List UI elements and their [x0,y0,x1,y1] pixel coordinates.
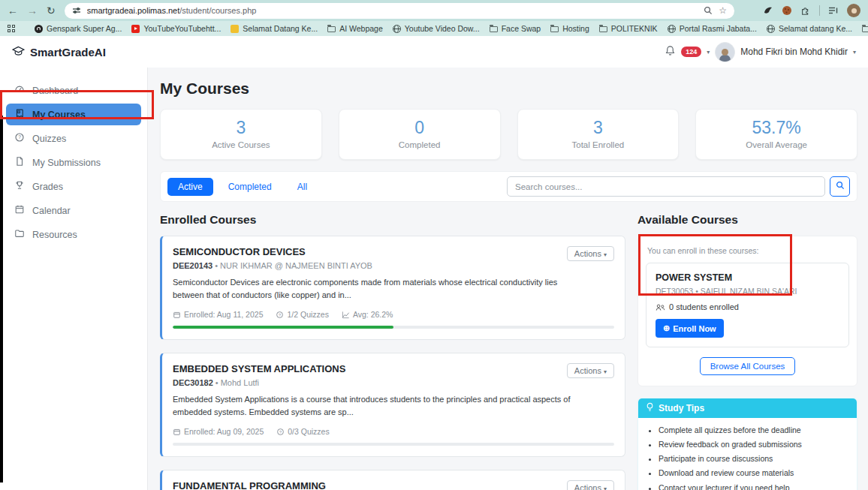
study-tip: Participate in course discussions [659,454,849,464]
app-header: SmartGradeAI 124 ▾ Mohd Fikri bin Mohd K… [0,36,868,68]
study-tips-heading: Study Tips [659,403,704,413]
stat-card-overall-average: 53.7% Overall Average [695,109,857,160]
caret-down-icon: ▾ [604,368,607,375]
stat-value: 0 [339,118,500,138]
tab-list-icon[interactable] [828,5,839,16]
bookmark-label: YouTubeYouTubehtt... [143,24,221,33]
bookmark-item[interactable]: AI Webpage [327,24,383,33]
site-info-icon[interactable] [72,6,81,15]
sidebar-item-calendar[interactable]: Calendar [6,200,141,221]
search-icon [836,181,845,192]
bookmark-item[interactable]: Genspark Super Ag... [35,24,122,33]
back-icon[interactable]: ← [8,5,18,16]
lightbulb-icon [646,402,654,414]
genspark-extension-icon[interactable] [763,5,773,16]
sidebar: Dashboard My Courses ? Quizzes My Submis… [0,68,148,490]
toolbar-divider [819,5,820,16]
stat-value: 53.7% [696,118,857,138]
user-avatar[interactable] [715,42,735,62]
calendar-icon [14,204,25,217]
file-icon [14,156,25,169]
question-circle-icon: ? [14,132,25,145]
stat-label: Total Enrolled [518,140,679,149]
actions-button[interactable]: Actions ▾ [567,363,614,378]
bookmark-item[interactable]: POLITEKNIK [599,24,658,33]
forward-icon[interactable]: → [27,5,38,16]
bookmark-label: Face Swap [502,24,541,33]
course-card-embedded-system-applications: EMBEDDED SYSTEM APPLICATIONS DEC30182•Mo… [160,353,625,457]
reload-icon[interactable]: ↻ [47,5,56,16]
sidebar-item-label: Dashboard [32,86,78,96]
course-description: Semiconductor Devices are electronic com… [173,276,578,302]
sidebar-item-dashboard[interactable]: Dashboard [6,80,141,101]
quizzes-count: ?1/2 Quizzes [276,310,328,319]
svg-text:?: ? [18,134,21,140]
notification-badge[interactable]: 124 [681,47,701,57]
bookmark-item[interactable]: Selamat datang Ke... [767,24,852,33]
extensions-puzzle-icon[interactable] [800,5,811,16]
bell-icon[interactable] [665,45,676,59]
sidebar-item-grades[interactable]: Grades [6,176,141,197]
sidebar-item-label: My Submissions [32,158,101,168]
separator-dot: • [215,378,219,387]
available-courses-heading: Available Courses [637,213,857,227]
graduation-cap-icon [12,46,25,59]
url-text[interactable]: smartgradeai.polimas.net/student/courses… [87,6,698,15]
folder-icon [550,26,559,32]
sidebar-item-label: My Courses [32,110,86,120]
bookmark-item[interactable]: Hosting [550,24,589,33]
bookmark-item[interactable]: Face Swap [490,24,541,33]
course-progress-bar [173,443,614,446]
stat-value: 3 [161,118,321,138]
bookmark-item[interactable]: Portal Rasmi Jabata... [668,24,757,33]
url-bar[interactable]: smartgradeai.polimas.net/student/courses… [65,3,734,19]
sidebar-item-my-courses[interactable]: My Courses [6,104,141,125]
notifications-caret-icon[interactable]: ▾ [707,49,710,56]
bookmark-item[interactable]: Manga [862,24,868,33]
bookmark-item[interactable]: YouTubeYouTubehtt... [131,24,221,33]
svg-text:?: ? [279,429,282,434]
user-menu-caret-icon[interactable]: ▾ [853,49,856,56]
cookie-extension-icon[interactable] [782,5,792,16]
bookmark-star-icon[interactable]: ☆ [719,6,727,15]
bookmark-label: Hosting [562,24,589,33]
search-button[interactable] [830,176,850,197]
sidebar-item-label: Calendar [32,206,71,216]
zoom-icon[interactable] [704,6,713,15]
sidebar-item-quizzes[interactable]: ? Quizzes [6,128,141,149]
bookmark-item[interactable]: Selamat Datang Ke... [231,24,318,33]
enrolled-courses-heading: Enrolled Courses [160,213,625,227]
stat-label: Completed [339,140,500,149]
people-icon [656,303,665,311]
browser-profile-avatar[interactable] [847,4,860,17]
tab-all[interactable]: All [287,178,318,196]
page-favicon [231,25,239,33]
sidebar-item-resources[interactable]: Resources [6,224,141,245]
actions-button[interactable]: Actions ▾ [567,480,614,490]
user-name[interactable]: Mohd Fikri bin Mohd Khidir [740,47,848,57]
tab-active[interactable]: Active [167,178,213,196]
app-logo[interactable]: SmartGradeAI [12,46,106,59]
bookmarks-bar: Genspark Super Ag... YouTubeYouTubehtt..… [0,21,868,36]
sidebar-item-my-submissions[interactable]: My Submissions [6,152,141,173]
enroll-now-button[interactable]: ⊕Enroll Now [656,319,724,338]
genspark-favicon [35,25,43,33]
actions-button[interactable]: Actions ▾ [567,246,614,261]
bookmark-label: Youtube Video Dow... [405,24,480,33]
tab-completed[interactable]: Completed [218,178,282,196]
sidebar-item-label: Quizzes [32,134,66,144]
bookmark-item[interactable]: Youtube Video Dow... [393,24,480,33]
globe-icon [767,25,775,33]
apps-grid-icon[interactable] [8,25,15,32]
browse-all-courses-button[interactable]: Browse All Courses [700,357,796,375]
course-lecturer: NUR IKHMAR @ NAJMEEN BINTI AYOB [220,261,372,270]
stats-row: 3 Active Courses 0 Completed 3 Total Enr… [160,109,857,160]
search-input[interactable] [507,176,825,197]
bookmark-label: Portal Rasmi Jabata... [680,24,757,33]
study-tip: Complete all quizzes before the deadline [659,425,849,436]
plus-circle-icon: ⊕ [663,323,670,333]
course-title: FUNDAMENTAL PROGRAMMING [173,480,614,490]
chart-icon [342,311,350,319]
course-title: POWER SYSTEM [656,272,839,283]
extensions-cluster [763,4,860,17]
